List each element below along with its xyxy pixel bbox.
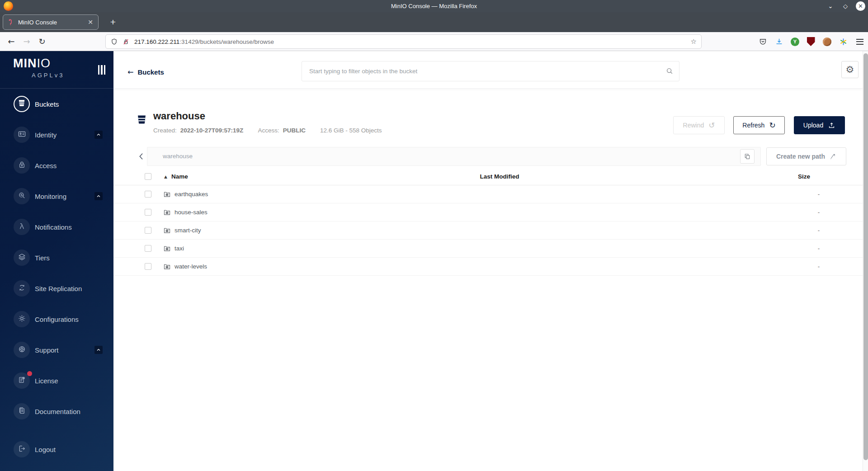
sidebar-item-buckets[interactable]: Buckets bbox=[0, 89, 113, 119]
object-name: taxi bbox=[175, 245, 184, 252]
row-checkbox[interactable] bbox=[145, 209, 151, 216]
license-icon bbox=[18, 376, 26, 386]
bucket-meta: Created: 2022-10-27T09:57:19Z Access: PU… bbox=[153, 127, 382, 134]
chevron-up-icon[interactable] bbox=[94, 192, 103, 200]
chevron-up-icon[interactable] bbox=[94, 131, 103, 139]
pocket-icon[interactable] bbox=[758, 37, 768, 47]
sort-asc-icon[interactable]: ▲ bbox=[164, 174, 167, 179]
tab-bar: MinIO Console ✕ + bbox=[0, 12, 868, 32]
scrollbar-thumb[interactable] bbox=[863, 53, 868, 460]
back-to-buckets-link[interactable]: ← Buckets bbox=[127, 68, 164, 76]
window-title: MinIO Console — Mozilla Firefox bbox=[0, 0, 868, 12]
sidebar-item-monitoring[interactable]: Monitoring bbox=[0, 181, 113, 212]
table-row[interactable]: earthquakes - bbox=[113, 185, 863, 203]
upload-button[interactable]: Upload bbox=[794, 116, 845, 134]
monitoring-icon bbox=[18, 191, 26, 202]
row-checkbox[interactable] bbox=[145, 245, 151, 252]
forward-icon[interactable]: → bbox=[19, 37, 34, 46]
sidebar-item-access[interactable]: Access bbox=[0, 150, 113, 181]
rewind-icon: ↺ bbox=[708, 121, 715, 130]
row-checkbox[interactable] bbox=[145, 263, 151, 270]
bucket-icon bbox=[136, 113, 148, 126]
reload-icon[interactable]: ↻ bbox=[34, 37, 50, 46]
sidebar-item-logout[interactable]: Logout bbox=[0, 434, 113, 465]
maximize-icon[interactable]: ◇ bbox=[841, 3, 850, 9]
folder-icon bbox=[163, 263, 171, 272]
sidebar-item-documentation[interactable]: Documentation bbox=[0, 396, 113, 427]
object-table-body: earthquakes - house-sales - smart-city - bbox=[113, 185, 863, 276]
column-last-modified[interactable]: Last Modified bbox=[457, 173, 542, 180]
object-name: smart-city bbox=[175, 227, 201, 234]
sidebar-collapse-icon[interactable] bbox=[98, 65, 106, 75]
access-label: Access: bbox=[258, 127, 279, 134]
path-bar: warehouse Create new path bbox=[113, 147, 863, 166]
row-checkbox[interactable] bbox=[145, 227, 151, 234]
chevron-up-icon[interactable] bbox=[94, 346, 103, 354]
minimize-icon[interactable]: ⌄ bbox=[826, 3, 835, 9]
replication-icon bbox=[18, 283, 26, 294]
url-bar[interactable]: 217.160.222.211:31429/buckets/warehouse/… bbox=[105, 34, 702, 49]
sidebar-item-configurations[interactable]: Configurations bbox=[0, 304, 113, 334]
documentation-icon bbox=[18, 406, 26, 417]
back-arrow-icon: ← bbox=[127, 68, 133, 76]
download-icon[interactable] bbox=[774, 37, 784, 47]
table-row[interactable]: smart-city - bbox=[113, 221, 863, 240]
refresh-button[interactable]: Refresh↻ bbox=[733, 116, 785, 134]
chevron-left-icon bbox=[137, 152, 146, 161]
search-icon bbox=[665, 67, 674, 75]
minio-flamingo-icon bbox=[7, 19, 14, 26]
sidebar-item-license[interactable]: License bbox=[0, 365, 113, 396]
sidebar-item-site-replication[interactable]: Site Replication bbox=[0, 273, 113, 304]
sidebar-item-notifications[interactable]: Notifications bbox=[0, 212, 113, 242]
create-path-icon bbox=[829, 153, 836, 160]
path-back-button[interactable] bbox=[136, 147, 147, 166]
back-icon[interactable]: ← bbox=[4, 37, 19, 46]
row-checkbox[interactable] bbox=[145, 191, 151, 198]
browser-tab[interactable]: MinIO Console ✕ bbox=[3, 14, 99, 30]
filter-objects-input[interactable] bbox=[302, 61, 679, 81]
column-size[interactable]: Size bbox=[791, 173, 810, 180]
bucket-usage: 12.6 GiB - 558 Objects bbox=[320, 127, 382, 134]
upload-icon bbox=[828, 122, 835, 129]
settings-gear-icon[interactable]: ⚙ bbox=[841, 61, 859, 78]
bookmark-star-icon[interactable]: ☆ bbox=[691, 38, 697, 46]
sidebar-item-identity[interactable]: Identity bbox=[0, 119, 113, 150]
table-row[interactable]: taxi - bbox=[113, 240, 863, 258]
access-icon bbox=[18, 160, 26, 171]
page-scrollbar[interactable] bbox=[863, 51, 868, 471]
table-row[interactable]: house-sales - bbox=[113, 203, 863, 221]
cookie-extension-icon[interactable] bbox=[823, 38, 831, 46]
rewind-button[interactable]: Rewind↺ bbox=[673, 116, 725, 134]
bucket-icon bbox=[17, 99, 26, 109]
object-size: - bbox=[810, 263, 828, 270]
sidebar-item-support[interactable]: Support bbox=[0, 334, 113, 365]
object-size: - bbox=[810, 209, 828, 216]
privacy-extension-icon[interactable]: Y bbox=[791, 38, 799, 46]
tab-close-icon[interactable]: ✕ bbox=[86, 19, 94, 26]
shield-icon[interactable] bbox=[110, 38, 118, 46]
logout-icon bbox=[18, 444, 26, 455]
url-path: :31429/buckets/warehouse/browse bbox=[179, 38, 274, 45]
table-row[interactable]: water-levels - bbox=[113, 258, 863, 276]
create-new-path-button[interactable]: Create new path bbox=[766, 147, 846, 165]
refresh-icon: ↻ bbox=[769, 121, 775, 130]
object-name: water-levels bbox=[175, 263, 207, 270]
select-all-checkbox[interactable] bbox=[145, 173, 151, 180]
column-name[interactable]: Name bbox=[171, 173, 188, 180]
container-extension-icon[interactable] bbox=[839, 37, 848, 47]
identity-icon bbox=[18, 130, 26, 140]
object-name: house-sales bbox=[175, 209, 208, 216]
license-tag: AGPLv3 bbox=[32, 72, 64, 79]
sidebar-item-tiers[interactable]: Tiers bbox=[0, 242, 113, 273]
hamburger-menu-icon[interactable] bbox=[855, 37, 864, 47]
gear-icon bbox=[18, 314, 26, 325]
new-tab-button[interactable]: + bbox=[107, 16, 119, 28]
ublock-origin-icon[interactable] bbox=[807, 37, 815, 46]
copy-path-button[interactable] bbox=[740, 149, 755, 164]
license-badge-dot bbox=[27, 371, 32, 376]
created-value: 2022-10-27T09:57:19Z bbox=[180, 127, 244, 134]
object-name: earthquakes bbox=[175, 191, 208, 198]
insecure-lock-icon[interactable] bbox=[122, 38, 130, 46]
close-icon[interactable]: ✕ bbox=[856, 1, 865, 11]
page-header: ← Buckets ⚙ bbox=[113, 51, 863, 89]
